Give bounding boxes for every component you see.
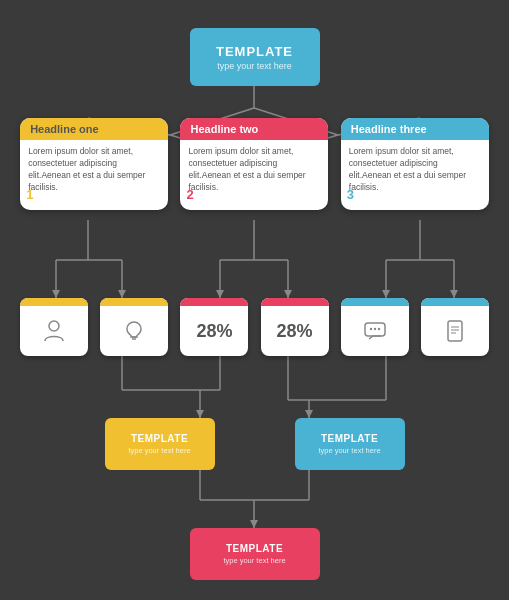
svg-marker-17 (284, 290, 292, 298)
card-1-headline: Headline one (30, 123, 98, 135)
card-2-headline: Headline two (190, 123, 258, 135)
card-1-number: 1 (26, 186, 33, 204)
svg-point-49 (378, 328, 380, 330)
mid-box-right: TEMPLATE type your text here (295, 418, 405, 470)
bottom-template-box: TEMPLATE type your text here (190, 528, 320, 580)
svg-marker-9 (52, 290, 60, 298)
svg-marker-28 (196, 410, 204, 418)
icon-box-5-content (341, 306, 409, 356)
card-2-header: Headline two (180, 118, 328, 140)
icon-box-4-content: 28% (261, 306, 329, 356)
svg-marker-40 (250, 520, 258, 528)
mid-boxes-row: TEMPLATE type your text here TEMPLATE ty… (0, 418, 509, 470)
icon-box-1-content (20, 306, 88, 356)
svg-point-43 (49, 321, 59, 331)
mid-box-right-title: TEMPLATE (321, 433, 378, 444)
icons-row: 28% 28% (0, 298, 509, 356)
percent-1-value: 28% (196, 321, 232, 342)
card-1-body: Lorem ipsum dolor sit amet, consectetuer… (20, 140, 168, 210)
svg-marker-10 (118, 290, 126, 298)
bulb-icon (120, 317, 148, 345)
icon-box-chat (341, 298, 409, 356)
card-3-body: Lorem ipsum dolor sit amet, consectetuer… (341, 140, 489, 210)
icon-box-6-top (421, 298, 489, 306)
top-subtitle: type your text here (217, 61, 292, 71)
card-3-number: 3 (347, 186, 354, 204)
card-3-header: Headline three (341, 118, 489, 140)
icon-box-2-top (100, 298, 168, 306)
mid-box-left-title: TEMPLATE (131, 433, 188, 444)
icon-box-6-content (421, 306, 489, 356)
icon-box-4-top (261, 298, 329, 306)
card-2: Headline two Lorem ipsum dolor sit amet,… (180, 118, 328, 210)
doc-icon (441, 317, 469, 345)
card-2-body: Lorem ipsum dolor sit amet, consectetuer… (180, 140, 328, 210)
chat-icon (361, 317, 389, 345)
svg-marker-34 (305, 410, 313, 418)
icon-box-percent1: 28% (180, 298, 248, 356)
card-1: Headline one Lorem ipsum dolor sit amet,… (20, 118, 168, 210)
mid-box-left-subtitle: type your text here (128, 446, 190, 455)
bottom-subtitle: type your text here (223, 556, 285, 565)
icon-box-3-content: 28% (180, 306, 248, 356)
svg-marker-24 (450, 290, 458, 298)
percent-2-value: 28% (277, 321, 313, 342)
cards-row: Headline one Lorem ipsum dolor sit amet,… (0, 118, 509, 210)
icon-box-2-content (100, 306, 168, 356)
diagram: TEMPLATE type your text here Headline on… (0, 0, 509, 600)
card-1-header: Headline one (20, 118, 168, 140)
bottom-box-row: TEMPLATE type your text here (190, 528, 320, 580)
icon-box-3-top (180, 298, 248, 306)
icon-box-1-top (20, 298, 88, 306)
icon-box-percent2: 28% (261, 298, 329, 356)
mid-box-left: TEMPLATE type your text here (105, 418, 215, 470)
bottom-title: TEMPLATE (226, 543, 283, 554)
svg-point-48 (374, 328, 376, 330)
icon-box-bulb (100, 298, 168, 356)
card-3-headline: Headline three (351, 123, 427, 135)
icon-box-doc (421, 298, 489, 356)
person-icon (40, 317, 68, 345)
card-2-number: 2 (186, 186, 193, 204)
svg-point-47 (370, 328, 372, 330)
top-title: TEMPLATE (216, 44, 293, 59)
card-3: Headline three Lorem ipsum dolor sit ame… (341, 118, 489, 210)
svg-marker-16 (216, 290, 224, 298)
svg-marker-23 (382, 290, 390, 298)
icon-box-5-top (341, 298, 409, 306)
svg-rect-50 (448, 321, 462, 341)
mid-box-right-subtitle: type your text here (318, 446, 380, 455)
top-template-box: TEMPLATE type your text here (190, 28, 320, 86)
icon-box-person (20, 298, 88, 356)
